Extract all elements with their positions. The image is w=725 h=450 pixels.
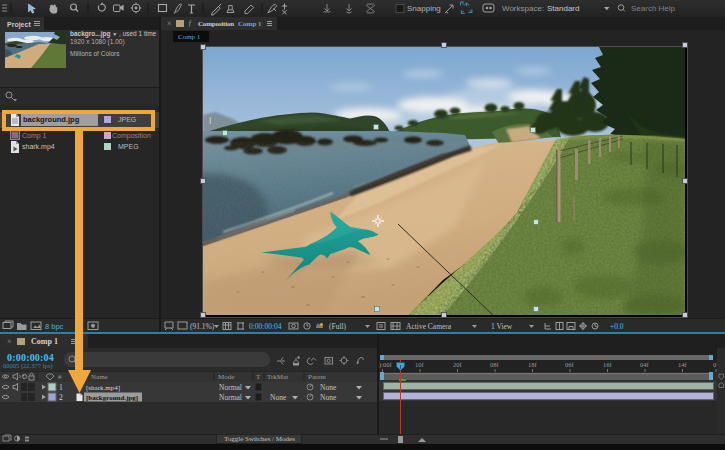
svg-text:Normal: Normal [219, 393, 242, 402]
svg-text:None: None [320, 393, 337, 402]
svg-text:06f: 06f [565, 361, 575, 368]
svg-text:2: 2 [59, 393, 63, 402]
svg-text:):00f: ):00f [379, 361, 392, 369]
svg-text:Mode: Mode [218, 373, 234, 381]
svg-text:(Full): (Full) [329, 322, 347, 331]
svg-text:18f: 18f [528, 361, 538, 368]
svg-text:[background.jpg]: [background.jpg] [86, 394, 138, 402]
svg-text:+0.0: +0.0 [610, 322, 624, 331]
svg-text:1: 1 [59, 383, 63, 392]
svg-text:Search Help: Search Help [631, 4, 676, 13]
svg-text:Workspace:: Workspace: [502, 4, 544, 13]
svg-text:Standard: Standard [547, 4, 579, 13]
svg-text:10f: 10f [415, 361, 425, 368]
svg-text:16f: 16f [603, 361, 613, 368]
svg-text:1 View: 1 View [491, 322, 513, 331]
svg-text:T: T [256, 373, 261, 381]
svg-text:Name: Name [91, 373, 108, 381]
svg-text:14f: 14f [678, 361, 688, 368]
svg-text:#: # [58, 373, 62, 381]
svg-text:(91.1%): (91.1%) [190, 322, 215, 331]
svg-text:None: None [320, 383, 337, 392]
svg-text:Normal: Normal [219, 383, 242, 392]
svg-text:None: None [270, 393, 287, 402]
svg-text:Snapping: Snapping [407, 4, 441, 13]
svg-text:08f: 08f [490, 361, 500, 368]
svg-text:Parent: Parent [308, 373, 326, 381]
svg-text:Active Camera: Active Camera [406, 322, 452, 331]
svg-text:04f: 04f [640, 361, 650, 368]
svg-text:TrkMat: TrkMat [267, 373, 288, 381]
svg-text:0:00:00:04: 0:00:00:04 [249, 322, 282, 331]
svg-text:20f: 20f [453, 361, 463, 368]
svg-text:8 bpc: 8 bpc [45, 322, 64, 331]
svg-text:0: 0 [713, 361, 716, 368]
